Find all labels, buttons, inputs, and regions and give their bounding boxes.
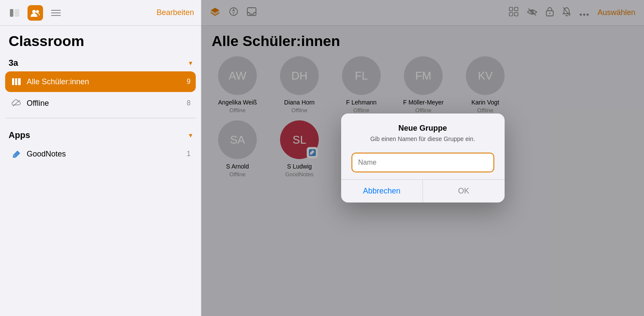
goodnotes-badge: 1 <box>187 150 191 158</box>
svg-point-3 <box>36 10 39 13</box>
class-group-header[interactable]: 3a ▾ <box>5 53 196 71</box>
apps-group-header[interactable]: Apps ▾ <box>5 125 196 144</box>
svg-rect-8 <box>15 78 17 85</box>
svg-rect-1 <box>15 9 19 17</box>
offline-label: Offline <box>27 99 187 108</box>
chevron-down-icon: ▾ <box>189 59 192 67</box>
sidebar-title: Classroom <box>0 26 201 53</box>
class-group-label: 3a <box>9 58 18 68</box>
cloud-offline-icon <box>10 97 22 109</box>
list-icon[interactable] <box>48 5 64 21</box>
neue-gruppe-dialog: Neue Gruppe Gib einen Namen für diese Gr… <box>341 114 505 202</box>
goodnotes-label: GoodNotes <box>27 150 187 159</box>
group-name-input[interactable] <box>351 153 494 172</box>
sidebar-toolbar: Bearbeiten <box>0 0 201 26</box>
svg-rect-9 <box>18 78 21 85</box>
books-icon <box>10 76 22 88</box>
sidebar-item-all-students[interactable]: Alle Schüler:innen 9 <box>5 71 196 92</box>
all-students-badge: 9 <box>187 78 191 86</box>
modal-actions: Abbrechen OK <box>341 179 505 202</box>
all-students-label: Alle Schüler:innen <box>27 77 187 86</box>
svg-rect-0 <box>10 9 13 17</box>
people-icon[interactable] <box>28 5 43 21</box>
svg-rect-7 <box>12 78 14 85</box>
sidebar-toggle-icon[interactable] <box>7 5 22 21</box>
sidebar-item-goodnotes[interactable]: GoodNotes 1 <box>5 144 196 164</box>
apps-chevron-icon: ▾ <box>189 131 192 139</box>
class-group-section: 3a ▾ Alle Schüler:innen 9 <box>0 53 201 114</box>
apps-section: Apps ▾ GoodNotes 1 <box>0 125 201 165</box>
apps-label: Apps <box>9 130 30 140</box>
ok-button[interactable]: OK <box>423 180 505 202</box>
svg-point-2 <box>32 10 36 13</box>
goodnotes-icon <box>10 148 22 160</box>
sidebar-divider <box>5 118 196 118</box>
cancel-button[interactable]: Abbrechen <box>341 180 423 202</box>
modal-overlay: Neue Gruppe Gib einen Namen für diese Gr… <box>201 0 644 316</box>
offline-badge: 8 <box>187 99 191 107</box>
main-content: Auswählen Alle Schüler:innen AW Angelika… <box>201 0 644 316</box>
sidebar-item-offline[interactable]: Offline 8 <box>5 93 196 114</box>
modal-header: Neue Gruppe Gib einen Namen für diese Gr… <box>341 114 505 146</box>
modal-subtitle: Gib einen Namen für diese Gruppe ein. <box>351 135 494 142</box>
modal-title: Neue Gruppe <box>351 124 494 133</box>
sidebar: Bearbeiten Classroom 3a ▾ Alle Schüler:i… <box>0 0 201 316</box>
edit-button[interactable]: Bearbeiten <box>157 8 194 17</box>
modal-input-area <box>341 146 505 179</box>
